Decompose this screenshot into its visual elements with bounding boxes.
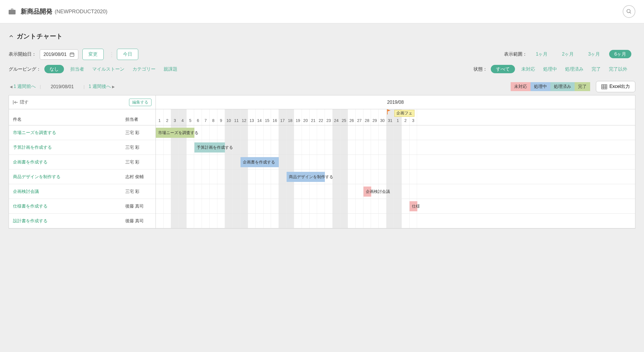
task-assignee: 三宅 彩 [125, 145, 139, 150]
start-date-label: 表示開始日： [9, 51, 36, 57]
status-option-4[interactable]: 完了 [592, 67, 601, 71]
day-header: 3 [171, 109, 179, 125]
day-header: 30 [379, 109, 387, 125]
task-assignee: 志村 俊輔 [125, 174, 144, 180]
day-header: 10 [225, 109, 233, 125]
excel-export-button[interactable]: Excel出力 [596, 81, 635, 92]
day-header: 16 [271, 109, 279, 125]
grouping-label: グルーピング： [9, 66, 41, 72]
gantt-row: 商品デザインを制作する [156, 170, 635, 184]
svg-rect-6 [602, 84, 607, 89]
gantt-bar[interactable]: 企画書を作成する [240, 157, 279, 167]
change-button[interactable]: 変更 [82, 49, 104, 60]
day-header: 23 [325, 109, 333, 125]
day-header: 5 [187, 109, 194, 125]
milestone-marker[interactable] [387, 109, 391, 115]
chevron-up-icon [9, 34, 14, 39]
svg-point-0 [627, 10, 630, 13]
collapse-left-icon [13, 100, 18, 105]
status-option-2[interactable]: 処理中 [543, 67, 557, 71]
gantt-bar[interactable]: 市場ニーズを調査する [156, 128, 194, 138]
day-header: 18 [287, 109, 294, 125]
range-option-3[interactable]: 6ヶ月 [609, 50, 631, 58]
task-link[interactable]: 企画検討会議 [13, 189, 125, 194]
prev-week-link[interactable]: 1 週間前へ [14, 84, 36, 90]
grouping-option-2[interactable]: マイルストーン [92, 67, 124, 71]
today-button[interactable]: 今日 [117, 49, 138, 60]
flag-icon [387, 109, 391, 114]
task-link[interactable]: 設計書を作成する [13, 218, 125, 224]
status-label: 状態： [473, 66, 487, 72]
table-row: 商品デザインを制作する志村 俊輔 [9, 170, 156, 184]
task-link[interactable]: 仕様書を作成する [13, 204, 125, 209]
status-option-1[interactable]: 未対応 [521, 67, 535, 71]
svg-rect-12 [387, 109, 388, 114]
legend-in-progress: 処理中 [531, 82, 550, 91]
range-option-1[interactable]: 2ヶ月 [557, 50, 579, 58]
task-link[interactable]: 企画書を作成する [13, 159, 125, 165]
svg-rect-2 [70, 53, 74, 56]
table-row: 設計書を作成する後藤 真司 [9, 214, 156, 228]
day-header: 24 [333, 109, 340, 125]
status-option-0[interactable]: すべて [491, 65, 515, 73]
day-header: 27 [356, 109, 363, 125]
svg-line-1 [630, 12, 631, 14]
milestone-label[interactable]: 企画フェ [394, 110, 414, 117]
grouping-option-3[interactable]: カテゴリー [132, 67, 156, 71]
section-title-text: ガントチャート [17, 32, 63, 41]
grouping-option-4[interactable]: 親課題 [164, 67, 177, 71]
search-icon [626, 9, 632, 14]
task-assignee: 後藤 真司 [125, 218, 144, 224]
month-header: 2019/08 [156, 95, 635, 109]
gantt-row: 仕様 [156, 199, 635, 214]
search-button[interactable] [623, 5, 635, 18]
day-header: 22 [317, 109, 325, 125]
start-date-input[interactable]: 2019/08/01 [40, 49, 78, 60]
day-header: 11 [233, 109, 240, 125]
start-date-value: 2019/08/01 [43, 52, 67, 57]
column-assignee: 担当者 [125, 117, 138, 122]
grouping-option-0[interactable]: なし [44, 65, 64, 73]
gantt-bar[interactable]: 企画検討会議 [363, 187, 371, 197]
day-header: 20 [302, 109, 310, 125]
gantt-bar[interactable]: 仕様 [410, 201, 417, 211]
day-header: 25 [340, 109, 348, 125]
task-assignee: 後藤 真司 [125, 204, 144, 209]
range-option-0[interactable]: 1ヶ月 [531, 50, 553, 58]
task-link[interactable]: 予算計画を作成する [13, 145, 125, 150]
table-row: 企画検討会議三宅 彩 [9, 184, 156, 199]
day-header: 8 [210, 109, 217, 125]
range-label: 表示範囲： [504, 51, 527, 57]
task-assignee: 三宅 彩 [125, 189, 139, 194]
task-link[interactable]: 市場ニーズを調査する [13, 130, 125, 135]
range-option-2[interactable]: 3ヶ月 [583, 50, 605, 58]
next-week-link[interactable]: 1 週間後へ [89, 84, 111, 90]
hide-columns-button[interactable]: 隠す [13, 99, 29, 105]
day-header: 15 [264, 109, 271, 125]
project-title: 新商品開発 [21, 7, 52, 16]
day-header: 2 [164, 109, 171, 125]
section-toggle[interactable]: ガントチャート [9, 32, 635, 41]
day-header: 1 [156, 109, 164, 125]
status-option-3[interactable]: 処理済み [565, 67, 584, 71]
day-header: 6 [194, 109, 202, 125]
legend-done: 完了 [575, 82, 590, 91]
gantt-bar[interactable]: 予算計画を作成する [194, 142, 225, 153]
grouping-option-1[interactable]: 担当者 [70, 67, 84, 71]
gantt-row [156, 214, 635, 228]
legend-processed: 処理済み [550, 82, 575, 91]
day-header: 19 [294, 109, 302, 125]
table-row: 予算計画を作成する三宅 彩 [9, 140, 156, 155]
table-row: 仕様書を作成する後藤 真司 [9, 199, 156, 214]
prev-arrow-icon: ◀ [10, 85, 12, 89]
divider: ⋮ [109, 51, 115, 58]
gantt-row: 市場ニーズを調査する [156, 125, 635, 140]
next-arrow-icon: ▶ [112, 85, 115, 89]
edit-button[interactable]: 編集する [129, 99, 151, 106]
status-option-5[interactable]: 完了以外 [609, 67, 627, 71]
briefcase-icon [9, 9, 16, 14]
task-link[interactable]: 商品デザインを制作する [13, 174, 125, 180]
gantt-bar[interactable]: 商品デザインを制作する [287, 172, 325, 182]
day-header: 14 [256, 109, 264, 125]
calendar-icon [69, 52, 75, 57]
